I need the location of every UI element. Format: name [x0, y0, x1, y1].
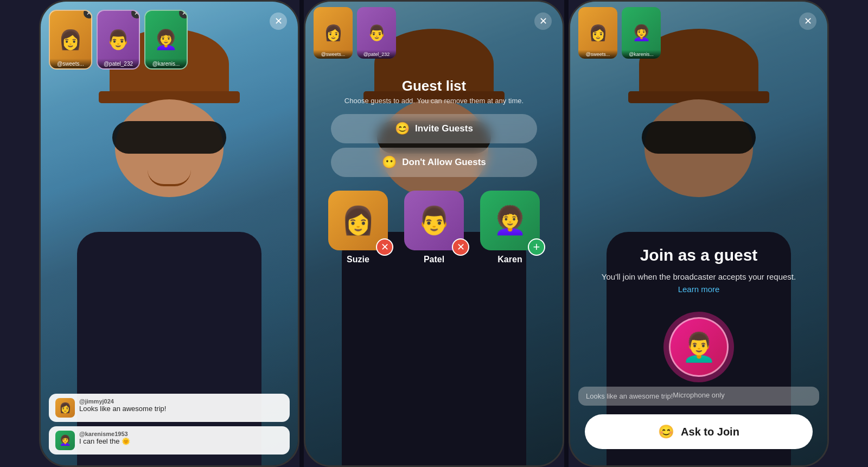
- join-content: Join as a guest You'll join when the bro…: [570, 246, 827, 295]
- join-avatar-wrap: 👨‍🦱: [663, 312, 734, 382]
- ask-to-join-label: Ask to Join: [681, 426, 739, 438]
- guest-item-patel: 👨 ✕ Patel: [404, 191, 464, 264]
- p3-avatar-karen: 👩‍🦱 @karenis...: [622, 7, 661, 59]
- guest-name-karen: Karen: [497, 255, 522, 264]
- phone-guest-list: 👩 @sweets... 👨 @patel_232 ✕ Guest list C…: [304, 0, 564, 467]
- p2-avatar-suzie-icon: 👩: [324, 24, 343, 42]
- guest-item-suzie: 👩 ✕ Suzie: [328, 191, 388, 264]
- join-avatar-inner: 👨‍🦱: [669, 317, 729, 377]
- chat-text-1: Looks like an awesome trip!: [79, 405, 166, 413]
- participant-suzie-label: @sweets...: [50, 59, 91, 68]
- invite-guests-label: Invite Guests: [415, 123, 473, 134]
- chat-username-1: @jimmyj024: [79, 398, 166, 405]
- dont-allow-icon: 😶: [382, 155, 397, 169]
- p2-avatar-suzie: 👩 @sweets...: [314, 7, 353, 59]
- dont-allow-label: Don't Allow Guests: [402, 157, 486, 168]
- separator-1: [299, 0, 304, 467]
- p2-avatar-patel: 👨 @patel_232: [357, 7, 396, 59]
- phone-join: ✕ 👩 @sweets... 👩‍🦱 @karenis... Join as a…: [569, 0, 829, 467]
- guest-remove-suzie[interactable]: ✕: [376, 238, 393, 256]
- guest-list-title: Guest list: [344, 78, 524, 94]
- join-title: Join as a guest: [592, 246, 806, 264]
- guest-avatar-wrap-suzie: 👩 ✕: [328, 191, 388, 250]
- p3-avatar-suzie: 👩 @sweets...: [578, 7, 617, 59]
- participant-karen-label: @karenis...: [145, 59, 187, 68]
- p2-avatar-patel-icon: 👨: [367, 24, 386, 42]
- close-button[interactable]: ✕: [270, 12, 287, 30]
- guest-remove-patel[interactable]: ✕: [452, 238, 469, 256]
- learn-more-link[interactable]: Learn more: [678, 285, 720, 294]
- chat-content-2: @karenisme1953 I can feel the 🌞: [79, 431, 130, 445]
- ask-to-join-icon: 😊: [658, 424, 674, 439]
- phones-container: ✕ 👩 @sweets... ✕ 👨 @patel_232 ✕ 👩‍🦱 @kar…: [0, 0, 868, 467]
- guest-list-overlay: Guest list Choose guests to add. You can…: [305, 2, 563, 465]
- guests-grid: 👩 ✕ Suzie 👨 ✕ Patel: [328, 191, 540, 264]
- chat-content-1: @jimmyj024 Looks like an awesome trip!: [79, 398, 166, 413]
- chat-msg-2: 👩‍🦱 @karenisme1953 I can feel the 🌞: [49, 426, 290, 455]
- p3-label-suzie: @sweets...: [578, 50, 617, 59]
- p2-label-patel: @patel_232: [357, 50, 396, 59]
- chat-msg-1: 👩 @jimmyj024 Looks like an awesome trip!: [49, 394, 290, 422]
- phone-guest-list-screen: 👩 @sweets... 👨 @patel_232 ✕ Guest list C…: [305, 2, 563, 465]
- dont-allow-guests-button[interactable]: 😶 Don't Allow Guests: [331, 148, 537, 177]
- chat-avatar-2: 👩‍🦱: [55, 431, 75, 450]
- chat-text-2: I can feel the 🌞: [79, 437, 130, 445]
- participants-bar-3: 👩 @sweets... 👩‍🦱 @karenis...: [578, 7, 661, 59]
- p3-avatar-karen-icon: 👩‍🦱: [632, 24, 651, 42]
- phone-join-screen: ✕ 👩 @sweets... 👩‍🦱 @karenis... Join as a…: [570, 2, 827, 465]
- chat-messages: 👩 @jimmyj024 Looks like an awesome trip!…: [49, 394, 290, 455]
- guest-avatar-wrap-karen: 👩‍🦱 +: [480, 191, 540, 250]
- invite-guests-icon: 😊: [395, 122, 410, 136]
- p3-label-karen: @karenis...: [622, 50, 661, 59]
- guest-list-subtitle: Choose guests to add. You can remove the…: [344, 97, 524, 105]
- separator-2: [564, 0, 569, 467]
- guest-name-patel: Patel: [424, 255, 444, 264]
- phone-live: ✕ 👩 @sweets... ✕ 👨 @patel_232 ✕ 👩‍🦱 @kar…: [39, 0, 299, 467]
- p3-avatar-suzie-icon: 👩: [589, 24, 608, 42]
- guest-list-header: Guest list Choose guests to add. You can…: [344, 78, 524, 105]
- participants-bar: 👩 @sweets... ✕ 👨 @patel_232 ✕ 👩‍🦱 @karen…: [49, 10, 188, 70]
- participant-patel-label: @patel_232: [98, 59, 139, 68]
- chat-avatar-1: 👩: [55, 398, 75, 418]
- participants-bar-2: 👩 @sweets... 👨 @patel_232: [314, 7, 396, 59]
- p2-label-suzie: @sweets...: [314, 50, 353, 59]
- participant-karen: 👩‍🦱 @karenis... ✕: [144, 10, 188, 70]
- ask-to-join-button[interactable]: 😊 Ask to Join: [585, 414, 813, 449]
- guest-avatar-wrap-patel: 👨 ✕: [404, 191, 464, 250]
- guest-item-karen: 👩‍🦱 + Karen: [480, 191, 540, 264]
- partial-chat: Looks like an awesome trip!: [578, 387, 819, 406]
- chat-username-2: @karenisme1953: [79, 431, 130, 437]
- join-subtitle: You'll join when the broadcaster accepts…: [592, 271, 806, 295]
- participant-patel: 👨 @patel_232 ✕: [97, 10, 140, 70]
- participant-suzie: 👩 @sweets... ✕: [49, 10, 92, 70]
- guest-add-karen[interactable]: +: [528, 238, 545, 256]
- join-avatar-outer: 👨‍🦱: [663, 312, 734, 382]
- join-overlay: Join as a guest You'll join when the bro…: [570, 2, 827, 465]
- phone-live-screen: ✕ 👩 @sweets... ✕ 👨 @patel_232 ✕ 👩‍🦱 @kar…: [41, 2, 298, 465]
- invite-guests-button[interactable]: 😊 Invite Guests: [331, 114, 537, 143]
- guest-name-suzie: Suzie: [347, 255, 369, 264]
